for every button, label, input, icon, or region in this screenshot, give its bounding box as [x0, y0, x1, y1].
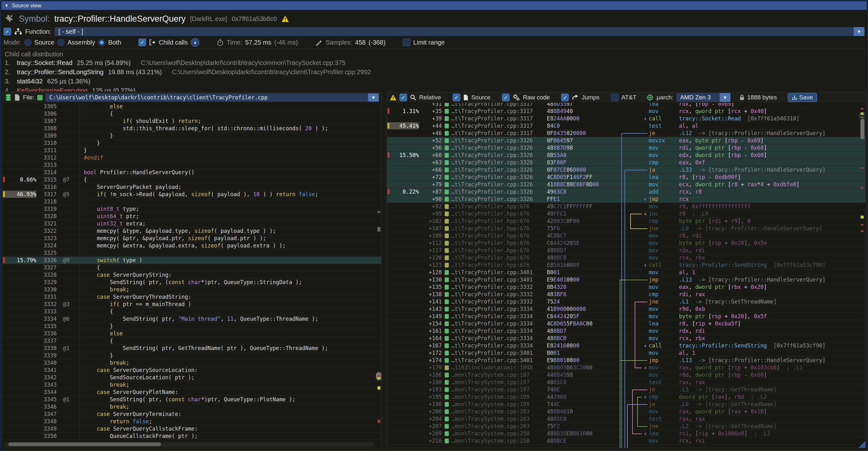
source-row[interactable]: 3312#endif	[3, 154, 381, 161]
file-combo-arrow-icon[interactable]: ▼	[368, 93, 379, 101]
source-row[interactable]: 3338@1 SendString( ptr, GetThreadName( p…	[3, 344, 381, 352]
source-row[interactable]: 3314bool Profiler::HandleServerQuery()	[3, 169, 381, 176]
asm-row[interactable]: +207…mon\TracySystem.cpp:20375F2jne.L2 -…	[387, 423, 865, 430]
asm-row[interactable]: +190…mon\TracySystem.cpp:1974885C0testra…	[387, 379, 865, 386]
asm-row[interactable]: +130…t\TracyProfiler.cpp:3401E9E4010000j…	[387, 276, 865, 283]
source-row[interactable]: 3306 {	[3, 110, 381, 118]
function-checkbox[interactable]: ✓	[3, 28, 11, 35]
source-row[interactable]: 3348 return false;	[3, 418, 381, 425]
asm-row[interactable]: +120…t\TracyProfiler.hpp:676488BCBmovrcx…	[387, 254, 865, 262]
source-row[interactable]: 3327 {	[3, 264, 381, 271]
asm-row[interactable]: +186…mon\TracySystem.cpp:197448B4598movr…	[387, 371, 865, 379]
source-row[interactable]: 3324 memcpy( &extra, &payload.extra, siz…	[3, 242, 381, 249]
source-row[interactable]: 3322 memcpy( &type, &payload.type, sizeo…	[3, 228, 381, 235]
att-checkbox[interactable]: ✓	[611, 94, 618, 101]
resize-grip[interactable]	[859, 441, 865, 448]
asm-row[interactable]: 15.50%+60…t\TracyProfiler.cpp:33268B55A0…	[387, 152, 865, 159]
asm-row[interactable]: +179…1103\include\atomic:1048488B05B63C1…	[387, 364, 865, 371]
asm-row[interactable]: +128…t\TracyProfiler.cpp:3401B001moval, …	[387, 269, 865, 276]
asm-row[interactable]: +204…mon\TracySystem.cpp:2034885C0testra…	[387, 415, 865, 423]
assembly-vscroll-thumb[interactable]	[860, 119, 865, 139]
source-row[interactable]: 3340 break;	[3, 359, 381, 367]
asm-row[interactable]: +195…mon\TracySystem.cpp:199443900›cmpdw…	[387, 393, 865, 401]
source-row[interactable]: 3328 case ServerQueryString:	[3, 271, 381, 279]
radio-assembly[interactable]	[57, 39, 65, 46]
source-row[interactable]: 3319 uint8_t type;	[3, 205, 381, 213]
source-row[interactable]: 3329 SendString( ptr, (const char*)ptr, …	[3, 279, 381, 286]
asm-row[interactable]: 45.41%+44…t\TracyProfiler.cpp:331784C0te…	[387, 122, 865, 130]
asm-row[interactable]: +63…t\TracyProfiler.cpp:332683F80Fcmpeax…	[387, 159, 865, 166]
source-row[interactable]: 3310 }	[3, 140, 381, 147]
source-row[interactable]: 3335 }	[3, 323, 381, 330]
asm-row[interactable]: +143…t\TracyProfiler.cpp:333441B90B00000…	[387, 305, 865, 313]
asm-row[interactable]: +216…mon\TracySystem.cpp:258488BCEmovrcx…	[387, 437, 865, 445]
source-row[interactable]: 3330 break;	[3, 286, 381, 293]
asm-row[interactable]: +198…mon\TracySystem.cpp:199744Cje.L6 ->…	[387, 401, 865, 408]
asm-row[interactable]: +172…t\TracyProfiler.cpp:3401B001moval, …	[387, 350, 865, 357]
limit-range-checkbox[interactable]: ✓	[403, 38, 410, 46]
function-combo-arrow-icon[interactable]: ▼	[854, 27, 865, 36]
asm-row[interactable]: +31…t\TracyProfiler.cpp:3317488D5597lear…	[387, 103, 865, 108]
source-row[interactable]: 3311}	[3, 147, 381, 154]
asm-row[interactable]: +167…t\TracyProfiler.cpp:3334E824160000‹…	[387, 342, 865, 350]
source-row[interactable]: 3325	[3, 249, 381, 257]
source-row[interactable]: 3346 break;	[3, 403, 381, 411]
radio-source[interactable]	[24, 39, 32, 46]
asm-row[interactable]: +99…t\TracyProfiler.hpp:67649FFC1›incr9 …	[387, 210, 865, 217]
asm-row[interactable]: +164…t\TracyProfiler.cpp:3334488BCBmovrc…	[387, 335, 865, 342]
source-row[interactable]: 3305 else	[3, 103, 381, 110]
source-row[interactable]: 3320 uint64_t ptr;	[3, 213, 381, 220]
source-row[interactable]: 3318	[3, 198, 381, 205]
source-row[interactable]: 3323 memcpy( &ptr, &payload.ptr, sizeof(…	[3, 235, 381, 242]
source-row[interactable]: 15.79%3326@9 switch( type )	[3, 257, 381, 264]
asm-row[interactable]: +39…t\TracyProfiler.cpp:3317E824AA0000‹c…	[387, 115, 865, 122]
source-row[interactable]: 3347 case ServerQueryTerminate:	[3, 411, 381, 418]
raw-code-checkbox[interactable]: ✓	[502, 94, 509, 101]
source-row[interactable]: 3313	[3, 161, 381, 169]
asm-row[interactable]: +174…t\TracyProfiler.cpp:3401E9B8010000j…	[387, 357, 865, 364]
asm-row[interactable]: +66…t\TracyProfiler.cpp:33260F87CE060000…	[387, 166, 865, 174]
source-row[interactable]: 3350 QueueCallstackFrame( ptr );	[3, 432, 381, 440]
asm-row[interactable]: +135…t\TracyProfiler.cpp:33328B4320movea…	[387, 283, 865, 291]
child-calls-checkbox[interactable]: ✓	[138, 38, 146, 46]
asm-row[interactable]: +117…t\TracyProfiler.hpp:676488BD7movrdx…	[387, 247, 865, 254]
child-call-entry[interactable]: 4.KeSynchronizeExecution125 µs (0.27%)	[5, 87, 865, 91]
asm-row[interactable]: +92…t\TracyProfiler.hpp:67649C7C1FFFFFFF…	[387, 203, 865, 210]
jumps-checkbox[interactable]: ✓	[561, 94, 569, 101]
source-row[interactable]: 3308 std::this_thread::sleep_for( std::c…	[3, 125, 381, 132]
asm-row[interactable]: +102…t\TracyProfiler.hpp:67642803C0F00cm…	[387, 217, 865, 225]
source-row[interactable]: 3343 break;	[3, 381, 381, 389]
asm-row[interactable]: 1.31%+35…t\TracyProfiler.cpp:3317488B494…	[387, 108, 865, 115]
asm-row[interactable]: +193…mon\TracySystem.cpp:197740Eje.L3 ->…	[387, 386, 865, 393]
source-row[interactable]: 46.93%3317@5 if( !m_sock->Read( &payload…	[3, 191, 381, 198]
collapse-icon[interactable]: ▼	[4, 3, 9, 8]
radio-both[interactable]	[98, 39, 105, 46]
source-row[interactable]: 0.66%3315@7{	[3, 176, 381, 183]
march-combo[interactable]: AMD Zen 3 ▼	[676, 93, 731, 102]
child-call-entry[interactable]: 2.tracy::Profiler::SendLongString19.88 m…	[5, 68, 865, 78]
asm-row[interactable]: +107…t\TracyProfiler.hpp:67675F6jne.L0 -…	[387, 225, 865, 232]
source-row[interactable]: 3316 ServerQueryPacket payload;	[3, 183, 381, 191]
march-combo-arrow-icon[interactable]: ▼	[720, 93, 731, 102]
file-combo[interactable]: C:\Users\wolf\Desktop\darkrl\contrib\tra…	[45, 93, 379, 101]
asm-row[interactable]: +209…mon\TracySystem.cpp:258488D35E88610…	[387, 430, 865, 437]
source-row[interactable]: 3344 case ServerQueryPlotName:	[3, 389, 381, 396]
asm-row[interactable]: +141…t\TracyProfiler.cpp:33327524jne.L1 …	[387, 298, 865, 305]
source-row[interactable]: 3309 }	[3, 132, 381, 140]
source-hscrollbar[interactable]	[4, 442, 375, 447]
source-row[interactable]: 3321 uint32_t extra;	[3, 220, 381, 228]
child-call-entry[interactable]: 3.stat64i32625 µs (1.36%)	[5, 78, 865, 87]
source-row[interactable]: 3345@1 SendString( ptr, (const char*)ptr…	[3, 396, 381, 403]
asm-row[interactable]: +46…t\TracyProfiler.cpp:33170F8435020000…	[387, 130, 865, 137]
function-combo[interactable]: [ - self - ] ▼	[55, 27, 865, 36]
save-button[interactable]: Save	[788, 93, 817, 102]
source-row[interactable]: 3332@3 if( ptr == m_mainThread )	[3, 301, 381, 308]
asm-row[interactable]: +56…t\TracyProfiler.cpp:3326488B7D98movr…	[387, 144, 865, 152]
asm-row[interactable]: +138…t\TracyProfiler.cpp:3332483BF8cmprd…	[387, 291, 865, 298]
source-checkbox[interactable]: ✓	[453, 94, 460, 101]
source-row[interactable]: 3307 if( shouldExit ) return;	[3, 118, 381, 125]
asm-row[interactable]: +123…t\TracyProfiler.hpp:676E850160000‹c…	[387, 262, 865, 269]
source-row[interactable]: 3339 }	[3, 352, 381, 359]
asm-row[interactable]: +79…t\TracyProfiler.cpp:3326418B8C80E0BF…	[387, 181, 865, 188]
assembly-vscrollbar[interactable]	[860, 103, 865, 446]
